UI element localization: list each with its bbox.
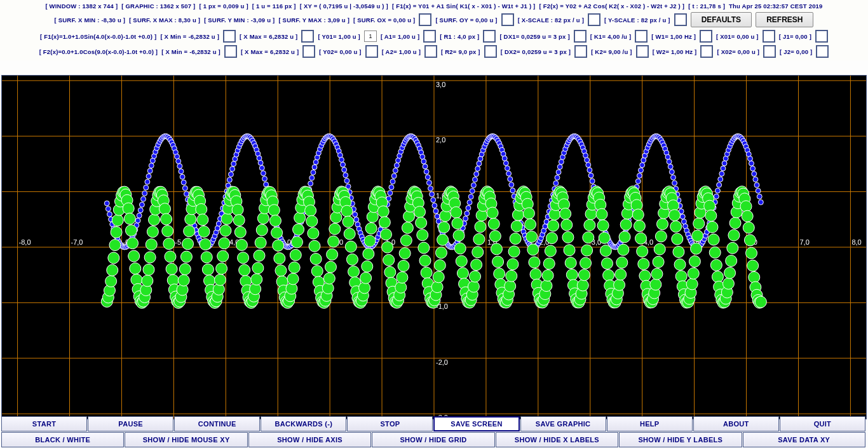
- stop-button[interactable]: STOP: [347, 416, 433, 431]
- info-label: [ 1 u = 116 px ]: [252, 3, 296, 10]
- info-label: [ 1 px = 0,009 u ]: [199, 3, 248, 10]
- info-label: [ W1= 1,00 Hz ]: [651, 33, 696, 40]
- bottom-toolbar: STARTPAUSECONTINUEBACKWARDS (-)STOPSAVE …: [1, 416, 865, 447]
- about-button[interactable]: ABOUT: [693, 416, 779, 431]
- checkbox[interactable]: [588, 13, 600, 26]
- info-label: [ X-SCALE : 82 px / u ]: [518, 17, 584, 24]
- info-label: [ Y02= 0,00 u ]: [319, 48, 361, 55]
- info-label: [ K2= 9,00 /u ]: [591, 48, 632, 55]
- info-label: [ Y01= 1,00 u ]: [318, 33, 360, 40]
- show-hide-mouse-xy-button[interactable]: SHOW / HIDE MOUSE XY: [125, 432, 247, 447]
- black-white-button[interactable]: BLACK / WHITE: [1, 432, 124, 447]
- checkbox[interactable]: [501, 13, 514, 26]
- info-label: [ W2= 1,00 Hz ]: [653, 48, 697, 55]
- checkbox[interactable]: [700, 30, 712, 43]
- button-row-2: BLACK / WHITESHOW / HIDE MOUSE XYSHOW / …: [1, 432, 865, 447]
- value-input[interactable]: [364, 31, 377, 42]
- info-label: [ J1= 0,00 ]: [779, 33, 811, 40]
- info-label: [ F1(x)=1.0+1.0Sin(4.0(x-0.0)-1.0t +0.0)…: [40, 33, 156, 40]
- checkbox[interactable]: [302, 45, 315, 58]
- info-label: [ A1= 1,00 u ]: [381, 33, 419, 40]
- info-label: [ SURF. Y MIN : -3,09 u ]: [204, 17, 275, 24]
- info-label: [ X Max = 6,2832 u ]: [241, 48, 299, 55]
- info-label: [ A2= 1,00 u ]: [382, 48, 421, 55]
- info-label: [ R1 : 4,0 px ]: [440, 33, 479, 40]
- show-hide-y-labels-button[interactable]: SHOW / HIDE Y LABELS: [619, 432, 742, 447]
- help-button[interactable]: HELP: [607, 416, 693, 431]
- show-hide-x-labels-button[interactable]: SHOW / HIDE X LABELS: [496, 432, 618, 447]
- info-label: [ t : 21,78 s ]: [688, 3, 725, 10]
- info-label: [ DX1= 0,0259 u = 3 px ]: [499, 33, 569, 40]
- info-row-4: [ F2(x)=0.0+1.0Cos(9.0(x-0.0)-1.0t +0.0)…: [3, 44, 865, 59]
- button-row-1: STARTPAUSECONTINUEBACKWARDS (-)STOPSAVE …: [1, 416, 865, 431]
- checkbox[interactable]: [574, 30, 587, 43]
- checkbox[interactable]: [700, 45, 713, 58]
- info-label: [ SURF. Y MAX : 3,09 u ]: [278, 17, 349, 24]
- checkbox[interactable]: [763, 30, 775, 43]
- info-label: [ F2(x) = Y02 + A2 Cos( K2( x - X02 ) - …: [539, 3, 684, 10]
- save-graphic-button[interactable]: SAVE GRAPHIC: [520, 416, 606, 431]
- info-label: [ Y-SCALE : 82 px / u ]: [604, 17, 670, 24]
- info-label: [ SURF. X MIN : -8,30 u ]: [55, 17, 126, 24]
- checkbox[interactable]: [419, 13, 431, 26]
- show-hide-axis-button[interactable]: SHOW / HIDE AXIS: [248, 432, 371, 447]
- start-button[interactable]: START: [1, 416, 87, 431]
- checkbox[interactable]: [365, 45, 378, 58]
- checkbox[interactable]: [674, 13, 687, 26]
- info-row-1: [ WINDOW : 1382 x 744 ][ GRAPHIC : 1362 …: [3, 1, 865, 11]
- show-hide-grid-button[interactable]: SHOW / HIDE GRID: [372, 432, 494, 447]
- refresh-button[interactable]: REFRESH: [756, 12, 813, 27]
- info-label: [ F1(x) = Y01 + A1 Sin( K1( x - X01 ) - …: [392, 3, 536, 10]
- checkbox[interactable]: [816, 45, 829, 58]
- info-label: [ SURF. OX = 0,00 u ]: [353, 17, 415, 24]
- info-label: [ R2= 9,0 px ]: [441, 48, 480, 55]
- info-label: [ SURF. X MAX : 8,30 u ]: [129, 17, 200, 24]
- info-label: [ SURF. OY = 0,00 u ]: [435, 17, 497, 24]
- checkbox[interactable]: [424, 45, 437, 58]
- checkbox[interactable]: [484, 45, 497, 58]
- quit-button[interactable]: QUIT: [780, 416, 865, 431]
- info-label: [ DX2= 0,0259 u = 3 px ]: [501, 48, 571, 55]
- plot-canvas: [1, 75, 867, 419]
- checkbox[interactable]: [224, 45, 237, 58]
- checkbox[interactable]: [223, 30, 236, 43]
- info-row-2: [ SURF. X MIN : -8,30 u ][ SURF. X MAX :…: [3, 11, 865, 29]
- checkbox[interactable]: [483, 30, 496, 43]
- checkbox[interactable]: [763, 45, 776, 58]
- info-label: [ X Min = -6,2832 u ]: [160, 33, 219, 40]
- info-label: [ X Max = 6,2832 u ]: [240, 33, 297, 40]
- checkbox[interactable]: [423, 30, 436, 43]
- info-label: [ GRAPHIC : 1362 x 507 ]: [121, 3, 195, 10]
- save-screen-button[interactable]: SAVE SCREEN: [433, 416, 519, 431]
- info-label: [ WINDOW : 1382 x 744 ]: [45, 3, 118, 10]
- checkbox[interactable]: [815, 30, 828, 43]
- checkbox[interactable]: [574, 45, 587, 58]
- checkbox[interactable]: [636, 45, 649, 58]
- continue-button[interactable]: CONTINUE: [174, 416, 260, 431]
- info-label: [ J2= 0,00 ]: [780, 48, 812, 55]
- defaults-button[interactable]: DEFAULTS: [691, 12, 752, 27]
- info-label: [ F2(x)=0.0+1.0Cos(9.0(x-0.0)-1.0t +0.0)…: [39, 48, 158, 55]
- info-label: [ X02= 0,00 u ]: [717, 48, 759, 55]
- info-label: [ X01= 0,00 u ]: [716, 33, 759, 40]
- checkbox[interactable]: [635, 30, 648, 43]
- header-panel: [ WINDOW : 1382 x 744 ][ GRAPHIC : 1362 …: [0, 0, 868, 60]
- info-row-3: [ F1(x)=1.0+1.0Sin(4.0(x-0.0)-1.0t +0.0)…: [3, 29, 865, 44]
- pause-button[interactable]: PAUSE: [88, 416, 173, 431]
- info-label: [ K1= 4,00 /u ]: [590, 33, 632, 40]
- save-data-xy-button[interactable]: SAVE DATA XY: [743, 432, 865, 447]
- info-label: [ X Min = -6,2832 u ]: [161, 48, 220, 55]
- checkbox[interactable]: [301, 30, 314, 43]
- backwards--button[interactable]: BACKWARDS (-): [261, 416, 346, 431]
- info-label: [ XY = ( 0,7195 u | -3,0549 u ) ]: [300, 3, 388, 10]
- info-label: Thu Apr 25 02:32:57 CEST 2019: [729, 3, 822, 10]
